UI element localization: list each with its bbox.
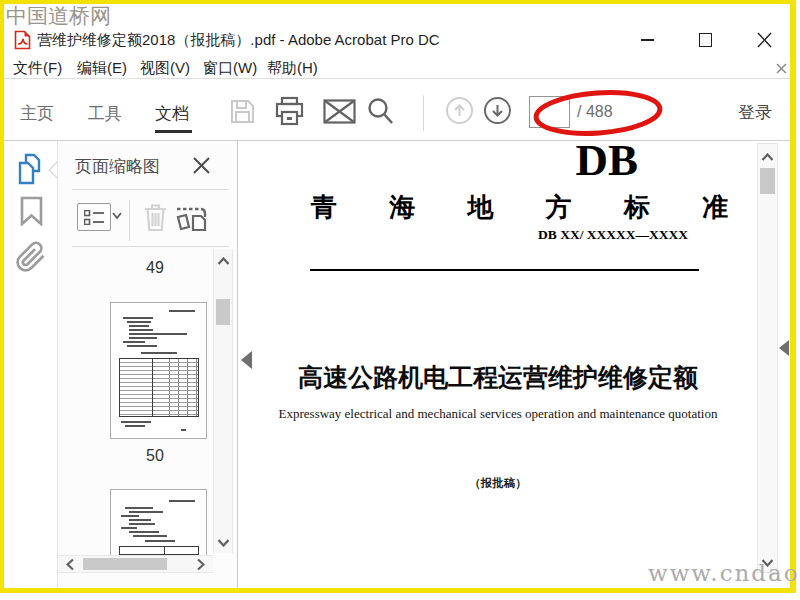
thumb-line [123,317,153,319]
std-char: 准 [702,190,728,225]
trash-icon[interactable] [142,202,169,233]
panel-toolbar-divider [129,200,130,241]
doc-db-logo: DB [558,134,638,186]
panel-divider2 [72,246,229,247]
close-button[interactable] [750,28,778,52]
thumb-line [133,535,167,537]
panel-vscroll-thumb[interactable] [216,299,230,325]
tab-tools[interactable]: 工具 [88,102,122,125]
menu-window[interactable]: 窗口(W) [203,59,257,78]
arrow-up-icon [453,104,466,117]
page-number-input[interactable] [529,96,570,128]
std-char: 海 [389,190,415,225]
thumbnail-label-49[interactable]: 49 [120,259,190,277]
scroll-up-icon[interactable] [217,257,230,266]
doc-standard-code: DB XX/ XXXXX—XXXX [480,227,688,243]
print-icon[interactable] [274,96,305,127]
thumbnail-page-51[interactable] [110,489,207,555]
collapse-right-pane-handle[interactable] [779,340,789,356]
thumb-line [129,523,155,525]
page-count-label: / 488 [577,103,613,121]
doc-subtitle-en: Expressway electrical and mechanical ser… [238,406,758,422]
tab-document[interactable]: 文档 [155,102,189,125]
thumb-line [125,425,145,427]
maximize-icon [699,33,712,47]
panel-hscroll-thumb[interactable] [83,558,167,570]
thumb-line [129,519,151,521]
watermark-top-left: 中国道桥网 [6,2,111,30]
panel-title: 页面缩略图 [75,155,160,178]
menu-edit[interactable]: 编辑(E) [77,59,127,78]
close-icon [757,32,772,48]
thumb-line [129,333,187,335]
thumb-line [169,310,195,312]
window-title: 营维护维修定额2018（报批稿）.pdf - Adobe Acrobat Pro… [37,31,440,50]
menu-help[interactable]: 帮助(H) [267,59,318,78]
thumb-line [127,321,151,323]
page-thumbnails-panel-icon[interactable] [15,153,45,186]
std-char: 方 [546,190,572,225]
thumb-line [169,500,195,502]
menu-view[interactable]: 视图(V) [140,59,190,78]
previous-page-button[interactable] [446,97,473,124]
search-icon[interactable] [366,96,395,126]
doc-draft-note: （报批稿） [238,476,758,491]
thumb-table-top [119,546,199,555]
tab-home[interactable]: 主页 [20,102,54,125]
thumbnail-options-button[interactable] [77,203,111,231]
list-options-icon [84,210,105,225]
thumb-line [129,531,159,533]
thumb-line [121,515,139,517]
save-icon[interactable] [229,98,256,125]
thumb-line [121,421,151,423]
doc-standard-name: 青 海 地 方 标 准 [311,190,728,225]
thumb-line [129,329,153,331]
email-icon[interactable] [323,99,356,124]
menu-divider [4,78,790,79]
panel-close-icon[interactable] [193,157,210,174]
menu-file[interactable]: 文件(F) [13,59,62,78]
std-char: 标 [624,190,650,225]
arrow-down-icon [491,104,504,117]
thumb-line [125,507,153,509]
std-char: 地 [467,190,493,225]
thumbnail-page-50[interactable] [110,302,207,439]
thumb-line [129,325,149,327]
thumb-line [181,429,186,431]
attachments-panel-icon[interactable] [15,238,47,276]
thumb-line [145,540,175,542]
thumb-line [123,341,145,343]
toolbar-divider [423,95,424,131]
panel-vscrollbar[interactable] [213,249,233,553]
thumb-line [141,352,177,354]
sign-in-button[interactable]: 登录 [738,101,772,124]
thumb-line [129,511,163,513]
insert-pages-icon[interactable] [175,203,208,234]
chevron-down-icon[interactable] [112,212,122,219]
thumb-line [121,527,137,529]
doc-title: 高速公路机电工程运营维护维修定额 [238,361,758,394]
next-page-button[interactable] [484,97,511,124]
main-vscrollbar[interactable] [757,143,778,573]
menubar-close-icon[interactable] [776,63,787,74]
thumb-line [129,337,157,339]
main-vscroll-thumb[interactable] [760,168,775,194]
maximize-button[interactable] [693,28,719,52]
scroll-up-icon[interactable] [761,153,774,162]
doc-horizontal-rule [310,269,699,271]
watermark-bottom-right: www.cndao.com [648,560,800,586]
std-char: 青 [311,190,337,225]
minimize-icon [641,39,654,41]
thumbnail-label-50[interactable]: 50 [120,447,190,465]
thumb-line [127,345,157,347]
active-tab-underline [155,130,192,133]
acrobat-window: 营维护维修定额2018（报批稿）.pdf - Adobe Acrobat Pro… [0,0,800,600]
scroll-left-icon[interactable] [66,558,75,571]
thumb-table-divider [152,359,153,416]
minimize-button[interactable] [634,28,660,52]
thumb-table [119,358,199,417]
bookmarks-panel-icon[interactable] [20,196,43,226]
scroll-right-icon[interactable] [196,558,205,571]
scroll-down-icon[interactable] [217,538,230,547]
panel-divider [72,189,229,190]
